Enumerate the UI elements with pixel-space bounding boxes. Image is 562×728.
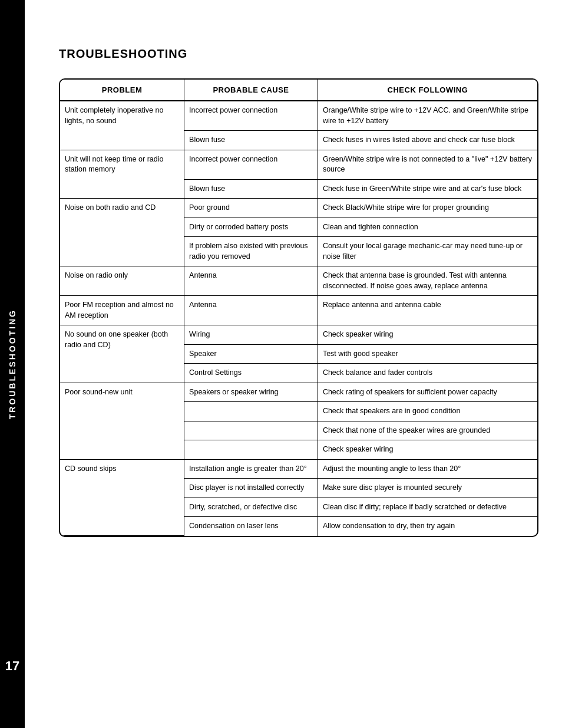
table-row: Poor FM reception and almost no AM recep… [60,296,537,325]
problem-cell: Noise on radio only [60,266,184,296]
cause-cell: Blown fuse [184,179,318,199]
problem-cell: Noise on both radio and CD [60,199,184,266]
troubleshooting-table-wrapper: PROBLEM PROBABLE CAUSE CHECK FOLLOWING U… [59,78,538,537]
check-cell: Green/White stripe wire is not connected… [318,150,537,179]
header-check: CHECK FOLLOWING [318,80,537,101]
cause-cell: Installation angle is greater than 20° [184,459,318,479]
check-cell: Check fuses in wires listed above and ch… [318,131,537,150]
table-row: Noise on radio onlyAntennaCheck that ant… [60,266,537,296]
cause-cell: Dirty or corroded battery posts [184,218,318,237]
cause-cell: Blown fuse [184,131,318,150]
cause-cell: Antenna [184,296,318,325]
problem-cell: Unit completely inoperative no lights, n… [60,101,184,150]
table-row: Unit will not keep time or radio station… [60,150,537,179]
cause-cell: Speaker [184,344,318,364]
cause-cell: Speakers or speaker wiring [184,383,318,402]
main-content: TROUBLESHOOTING PROBLEM PROBABLE CAUSE C… [35,0,562,572]
problem-cell: CD sound skips [60,459,184,536]
cause-cell [184,402,318,421]
check-cell: Make sure disc player is mounted securel… [318,479,537,498]
check-cell: Consult your local garage mechanic-car m… [318,237,537,266]
check-cell: Check rating of speakers for sufficient … [318,383,537,402]
check-cell: Check speaker wiring [318,325,537,345]
cause-cell: Dirty, scratched, or defective disc [184,498,318,517]
check-cell: Check fuse in Green/White stripe wire an… [318,179,537,199]
cause-cell: Incorrect power connection [184,150,318,179]
cause-cell: Poor ground [184,199,318,218]
cause-cell [184,421,318,440]
troubleshooting-table: PROBLEM PROBABLE CAUSE CHECK FOLLOWING U… [60,80,537,536]
check-cell: Clean and tighten connection [318,218,537,237]
check-cell: Adjust the mounting angle to less than 2… [318,459,537,479]
problem-cell: Poor FM reception and almost no AM recep… [60,296,184,325]
cause-cell [184,440,318,460]
table-header-row: PROBLEM PROBABLE CAUSE CHECK FOLLOWING [60,80,537,101]
cause-cell: If problem also existed with previous ra… [184,237,318,266]
sidebar-tab: TROUBLESHOOTING [0,0,25,728]
check-cell: Clean disc if dirty; replace if badly sc… [318,498,537,517]
table-row: Poor sound-new unitSpeakers or speaker w… [60,383,537,402]
cause-cell: Antenna [184,266,318,296]
sidebar-label: TROUBLESHOOTING [8,309,17,419]
page-title: TROUBLESHOOTING [59,47,538,61]
check-cell: Allow condensation to dry, then try agai… [318,517,537,536]
check-cell: Check that speakers are in good conditio… [318,402,537,421]
table-row: No sound on one speaker (both radio and … [60,325,537,345]
problem-cell: Poor sound-new unit [60,383,184,459]
cause-cell: Condensation on laser lens [184,517,318,536]
table-row: Unit completely inoperative no lights, n… [60,101,537,131]
check-cell: Check balance and fader controls [318,364,537,383]
check-cell: Test with good speaker [318,344,537,364]
header-problem: PROBLEM [60,80,184,101]
cause-cell: Disc player is not installed correctly [184,479,318,498]
check-cell: Check speaker wiring [318,440,537,460]
check-cell: Check that antenna base is grounded. Tes… [318,266,537,296]
header-cause: PROBABLE CAUSE [184,80,318,101]
table-row: Noise on both radio and CDPoor groundChe… [60,199,537,218]
problem-cell: No sound on one speaker (both radio and … [60,325,184,383]
problem-cell: Unit will not keep time or radio station… [60,150,184,199]
check-cell: Orange/White stripe wire to +12V ACC. an… [318,101,537,131]
cause-cell: Wiring [184,325,318,345]
cause-cell: Control Settings [184,364,318,383]
check-cell: Replace antenna and antenna cable [318,296,537,325]
check-cell: Check that none of the speaker wires are… [318,421,537,440]
cause-cell: Incorrect power connection [184,101,318,131]
table-row: CD sound skipsInstallation angle is grea… [60,459,537,479]
check-cell: Check Black/White stripe wire for proper… [318,199,537,218]
page-number: 17 [0,651,25,681]
